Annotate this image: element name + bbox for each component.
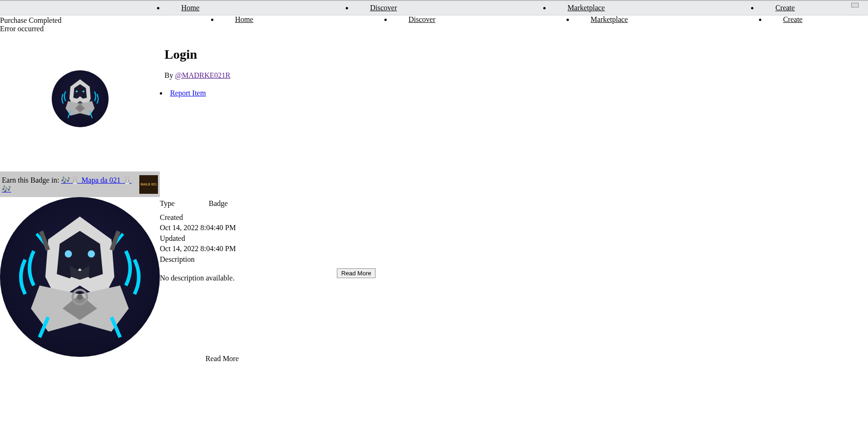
svg-point-3	[65, 250, 72, 257]
nav-home[interactable]: Home	[181, 4, 199, 12]
nav2-home[interactable]: Home	[235, 15, 253, 23]
created-label: Created	[160, 212, 376, 223]
nav-discover[interactable]: Discover	[370, 4, 397, 12]
created-value: Oct 14, 2022 8:04:40 PM	[160, 223, 376, 233]
badge-earn-bar: Earn this Badge in: 🎶🐰 Mapa da 021 🐰🎶 BA…	[0, 171, 160, 197]
item-large-image	[0, 197, 160, 357]
main-info: Login By @MADRKE021R Report Item	[160, 33, 230, 97]
nav-create[interactable]: Create	[775, 4, 795, 12]
author-prefix: By	[164, 71, 175, 79]
description-value: No description available.	[160, 274, 234, 282]
nav2-marketplace[interactable]: Marketplace	[591, 15, 628, 23]
status-messages: Purchase Completed Home Discover Marketp…	[0, 15, 868, 33]
primary-navbar: Home Discover Marketplace Create	[0, 0, 868, 15]
type-label: Type	[160, 199, 209, 208]
nav2-create[interactable]: Create	[783, 15, 803, 23]
hooded-figure-large-icon	[8, 205, 152, 349]
svg-point-6	[77, 294, 82, 300]
badge-source-thumbnail[interactable]: BAILE 021	[139, 175, 158, 194]
purchase-status: Purchase Completed	[0, 15, 62, 25]
report-item-link[interactable]: Report Item	[170, 89, 206, 97]
author-link[interactable]: @MADRKE021R	[175, 71, 231, 79]
read-more-text: Read More	[205, 355, 376, 363]
hooded-figure-icon	[56, 75, 104, 123]
error-status: Error occurred	[0, 25, 868, 33]
nav2-discover[interactable]: Discover	[409, 15, 436, 23]
item-thumbnail	[0, 33, 160, 127]
description-label: Description	[160, 254, 376, 265]
item-details: Type Badge Created Oct 14, 2022 8:04:40 …	[160, 197, 376, 363]
badge-prefix: Earn this Badge in:	[2, 176, 61, 184]
nav-marketplace[interactable]: Marketplace	[567, 4, 605, 12]
read-more-button[interactable]: Read More	[337, 268, 375, 278]
page-title: Login	[164, 47, 230, 62]
type-value: Badge	[209, 199, 228, 208]
menu-icon[interactable]	[851, 3, 859, 7]
svg-point-4	[88, 250, 95, 257]
updated-value: Oct 14, 2022 8:04:40 PM	[160, 244, 376, 254]
svg-point-1	[82, 90, 84, 92]
svg-point-0	[75, 90, 77, 92]
updated-label: Updated	[160, 233, 376, 244]
